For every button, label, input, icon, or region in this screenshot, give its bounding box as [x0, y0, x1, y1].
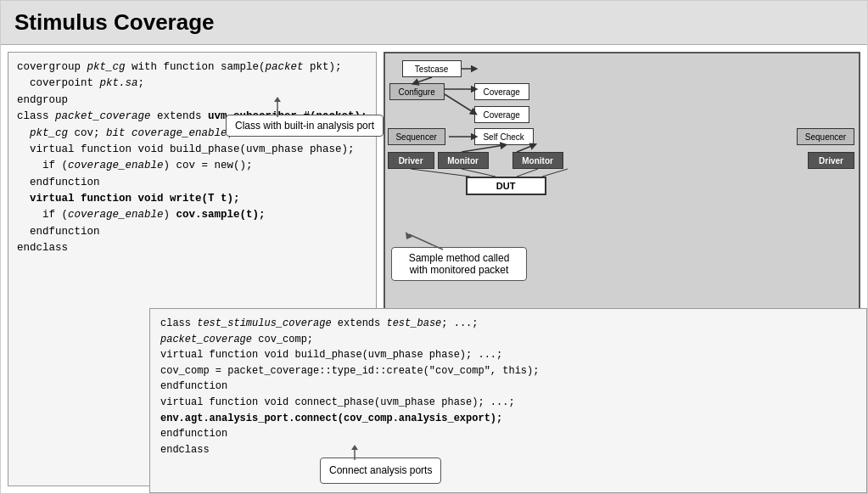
bottom-code-block: class test_stimulus_coverage extends tes… [149, 308, 867, 493]
callout-sample-method: Sample method called with monitored pack… [391, 247, 527, 281]
dut-box: DUT [466, 177, 546, 195]
bottom-code-line-3: virtual function void build_phase(uvm_ph… [160, 347, 856, 363]
sequencer-left-box: Sequencer [388, 128, 445, 145]
sequencer-right-box: Sequencer [797, 128, 854, 145]
page-wrapper: Stimulus Coverage covergroup pkt_cg with… [0, 0, 868, 494]
monitor-right-box: Monitor [512, 152, 563, 169]
bottom-code-line-7: env.agt.analysis_port.connect(cov_comp.a… [160, 411, 856, 427]
code-line-7: if (coverage_enable) cov = new(); [17, 158, 367, 174]
code-line-2: coverpoint pkt.sa; [17, 76, 367, 92]
svg-line-0 [415, 77, 432, 83]
driver-right-box: Driver [808, 152, 854, 169]
callout-connect-ports: Connect analysis ports [320, 458, 441, 484]
testcase-box: Testcase [402, 60, 462, 77]
bottom-code-line-6: virtual function void connect_phase(uvm_… [160, 395, 856, 411]
svg-line-10 [542, 169, 568, 177]
coverage2-box: Coverage [474, 106, 529, 123]
code-line-9: virtual function void write(T t); [17, 191, 367, 207]
callout-analysis-port: Class with built-in analysis port [226, 115, 384, 137]
code-line-12: endclass [17, 240, 367, 256]
coverage1-box: Coverage [474, 83, 529, 100]
code-line-1: covergroup pkt_cg with function sample(p… [17, 59, 367, 76]
self-check-box: Self Check [474, 128, 534, 145]
code-line-6: virtual function void build_phase(uvm_ph… [17, 142, 367, 158]
code-line-10: if (coverage_enable) cov.sample(t); [17, 207, 367, 223]
svg-line-6 [517, 145, 534, 152]
svg-line-7 [462, 169, 496, 177]
svg-line-9 [411, 169, 470, 177]
bottom-code-line-4: cov_comp = packet_coverage::type_id::cre… [160, 363, 856, 379]
svg-line-3 [445, 94, 474, 113]
title-bar: Stimulus Coverage [1, 1, 867, 45]
bottom-code-line-1: class test_stimulus_coverage extends tes… [160, 316, 856, 332]
bottom-code-line-2: packet_coverage cov_comp; [160, 332, 856, 348]
configure-box: Configure [389, 83, 445, 100]
bottom-code-line-5: endfunction [160, 379, 856, 395]
driver-left-box: Driver [388, 152, 434, 169]
main-content: covergroup pkt_cg with function sample(p… [1, 45, 867, 493]
code-line-8: endfunction [17, 175, 367, 191]
code-line-3: endgroup [17, 93, 367, 109]
svg-line-8 [517, 169, 538, 177]
page-title: Stimulus Coverage [14, 9, 215, 35]
bottom-code-line-8: endfunction [160, 426, 856, 442]
code-line-11: endfunction [17, 224, 367, 240]
bottom-code-line-9: endclass [160, 442, 856, 458]
svg-line-5 [462, 145, 504, 152]
monitor-left-box: Monitor [438, 152, 489, 169]
svg-line-13 [409, 234, 443, 250]
